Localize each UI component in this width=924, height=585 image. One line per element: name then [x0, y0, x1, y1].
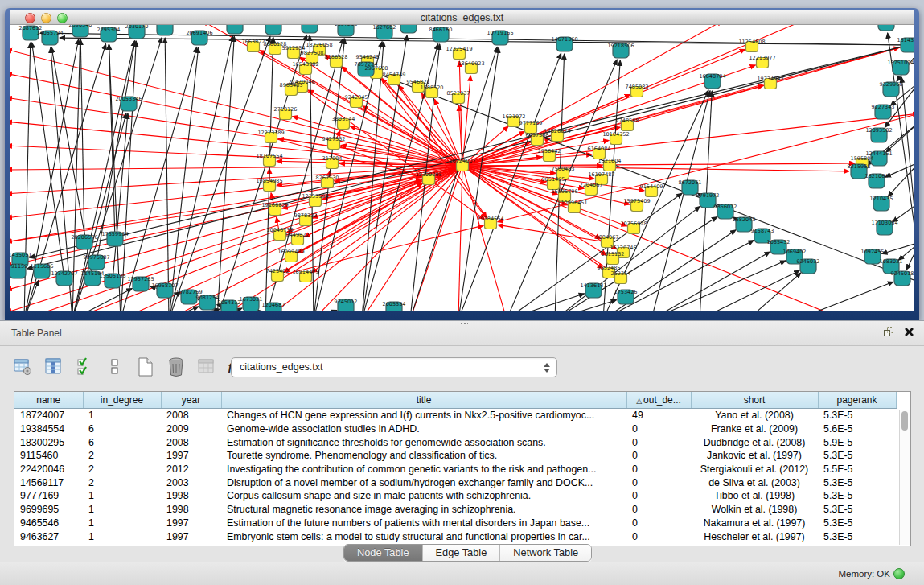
- table-cell[interactable]: 9465546: [14, 517, 83, 530]
- table-cell[interactable]: Tourette syndrome. Phenomenology and cla…: [221, 449, 626, 463]
- table-cell[interactable]: 2009: [161, 422, 221, 436]
- table-cell[interactable]: 0: [626, 449, 691, 463]
- select-rows-icon[interactable]: [74, 356, 95, 378]
- network-graph-canvas[interactable]: 1872400712213389181075541985498519166829…: [10, 25, 914, 311]
- table-cell[interactable]: 5.3E-5: [818, 503, 896, 517]
- citation-edge-black[interactable]: [121, 47, 197, 311]
- citation-edge-black[interactable]: [109, 44, 121, 311]
- citation-edge-black[interactable]: [881, 242, 914, 253]
- table-row[interactable]: 911546021997Tourette syndrome. Phenomeno…: [14, 449, 896, 463]
- table-cell[interactable]: 0: [626, 503, 691, 517]
- column-header-pagerank[interactable]: pagerank: [818, 392, 896, 409]
- table-cell[interactable]: 1: [83, 517, 161, 530]
- table-cell[interactable]: 2012: [161, 463, 221, 476]
- citation-edge-black[interactable]: [555, 300, 617, 311]
- table-vertical-scrollbar[interactable]: [899, 410, 910, 545]
- table-row[interactable]: 1830029562008Estimation of significance …: [14, 435, 896, 449]
- table-row[interactable]: 2242004622012Investigating the contribut…: [14, 463, 896, 476]
- table-cell[interactable]: 5.6E-5: [818, 422, 896, 436]
- table-cell[interactable]: 1: [83, 489, 161, 503]
- tab-node-table[interactable]: Node Table: [344, 545, 423, 561]
- citation-edge-red[interactable]: [459, 61, 462, 166]
- table-cell[interactable]: Structural magnetic resonance image aver…: [221, 503, 626, 517]
- table-cell[interactable]: 1: [83, 529, 161, 543]
- table-cell[interactable]: 1: [83, 503, 161, 517]
- table-cell[interactable]: 18724007: [14, 409, 83, 422]
- column-header-year[interactable]: year: [161, 392, 221, 409]
- graph-node-teal[interactable]: [302, 25, 318, 33]
- table-cell[interactable]: 1997: [161, 517, 221, 530]
- tab-network-table[interactable]: Network Table: [500, 545, 591, 561]
- table-cell[interactable]: 2: [83, 449, 161, 463]
- table-cell[interactable]: de Silva et al. (2003): [691, 476, 818, 489]
- panel-resize-grip[interactable]: [460, 322, 468, 325]
- table-row[interactable]: 1938455462009Genome-wide association stu…: [14, 422, 896, 436]
- table-cell[interactable]: 5.3E-5: [818, 409, 896, 422]
- table-cell[interactable]: 9463627: [14, 529, 83, 543]
- citation-edge-red[interactable]: [363, 166, 462, 311]
- close-panel-icon[interactable]: [904, 327, 914, 337]
- column-header-title[interactable]: title: [221, 392, 626, 409]
- scrollbar-thumb[interactable]: [901, 411, 908, 431]
- table-cell[interactable]: 0: [626, 463, 691, 476]
- table-cell[interactable]: Tibbo et al. (1998): [691, 489, 818, 503]
- table-cell[interactable]: 1998: [161, 489, 221, 503]
- table-cell[interactable]: 2008: [161, 435, 221, 449]
- table-cell[interactable]: 9777169: [14, 489, 83, 503]
- graph-node-teal[interactable]: [878, 25, 894, 31]
- table-cell[interactable]: Hescheler et al. (1997): [691, 529, 818, 543]
- citation-edge-red[interactable]: [458, 166, 462, 311]
- citation-edge-black[interactable]: [651, 252, 770, 311]
- citation-edge-red[interactable]: [436, 45, 909, 178]
- citation-edge-black[interactable]: [886, 122, 914, 152]
- table-cell[interactable]: Dudbridge et al. (2008): [691, 435, 818, 449]
- table-cell[interactable]: 14569117: [14, 476, 83, 489]
- table-cell[interactable]: 5.5E-5: [818, 463, 896, 476]
- table-row[interactable]: 946554611997Estimation of the future num…: [14, 517, 896, 530]
- table-cell[interactable]: Embryonic stem cells: a model to study s…: [221, 529, 626, 543]
- column-chooser-icon[interactable]: [43, 356, 64, 378]
- table-cell[interactable]: 49: [626, 409, 691, 422]
- graph-node-teal[interactable]: [400, 25, 417, 33]
- citation-edge-red[interactable]: [462, 166, 506, 311]
- table-cell[interactable]: 0: [626, 517, 691, 530]
- table-cell[interactable]: Estimation of the future numbers of pati…: [221, 517, 626, 530]
- column-header-short[interactable]: short: [691, 392, 818, 409]
- table-cell[interactable]: 18300295: [14, 435, 83, 449]
- citation-edge-black[interactable]: [169, 36, 232, 311]
- citation-edge-red[interactable]: [462, 163, 855, 166]
- table-cell[interactable]: 6: [83, 422, 161, 436]
- table-cell[interactable]: Jankovic et al. (1997): [691, 449, 818, 463]
- table-cell[interactable]: 5.3E-5: [818, 489, 896, 503]
- citation-edge-black[interactable]: [651, 261, 786, 311]
- delete-icon[interactable]: [166, 356, 187, 378]
- citation-edge-black[interactable]: [109, 44, 115, 239]
- table-cell[interactable]: 1998: [161, 503, 221, 517]
- column-header-in_degree[interactable]: in_degree: [83, 392, 161, 409]
- table-cell[interactable]: Yano et al. (2008): [691, 409, 818, 422]
- citation-edge-red[interactable]: [394, 80, 487, 218]
- table-cell[interactable]: 6: [83, 435, 161, 449]
- table-cell[interactable]: 0: [626, 489, 691, 503]
- table-row[interactable]: 977716911998Corpus callosum shape and si…: [14, 489, 896, 503]
- table-cell[interactable]: 0: [626, 422, 691, 436]
- table-selector-dropdown[interactable]: citations_edges.txt: [231, 357, 557, 377]
- row-height-icon[interactable]: [105, 356, 125, 378]
- table-cell[interactable]: Franke et al. (2009): [691, 422, 818, 436]
- table-cell[interactable]: 2003: [161, 476, 221, 489]
- table-row[interactable]: 946362711997Embryonic stem cells: a mode…: [14, 529, 896, 543]
- window-titlebar[interactable]: citations_edges.txt: [10, 10, 914, 25]
- table-cell[interactable]: 1: [83, 409, 161, 422]
- float-window-icon[interactable]: [883, 326, 894, 337]
- table-cell[interactable]: 0: [626, 529, 691, 543]
- table-cell[interactable]: 0: [626, 476, 691, 489]
- column-header-name[interactable]: name: [14, 392, 83, 409]
- table-row[interactable]: 1872400712008Changes of HCN gene express…: [14, 409, 896, 422]
- citation-edge-black[interactable]: [901, 77, 914, 266]
- table-cell[interactable]: 5.9E-5: [818, 435, 896, 449]
- citation-edge-red[interactable]: [462, 47, 899, 166]
- new-file-icon[interactable]: [135, 356, 156, 378]
- graph-node-teal[interactable]: [227, 25, 243, 34]
- table-cell[interactable]: 5.3E-5: [818, 449, 896, 463]
- table-cell[interactable]: 2: [83, 476, 161, 489]
